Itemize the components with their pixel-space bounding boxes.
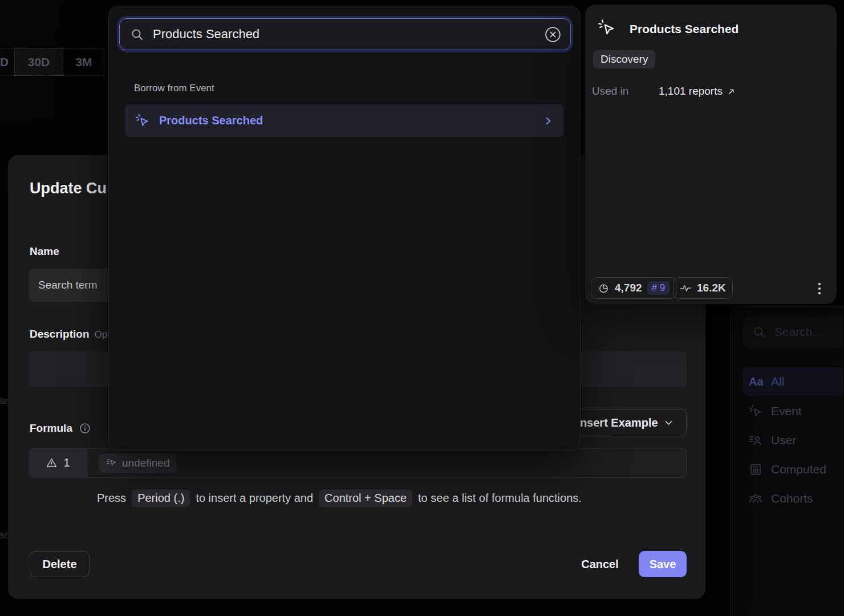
rank-badge: # 9 — [647, 281, 670, 295]
chart-axis-fragment: 55 — [0, 530, 7, 540]
save-button[interactable]: Save — [639, 551, 687, 577]
sidebar-item-computed[interactable]: Computed — [743, 455, 843, 484]
event-icon — [749, 404, 762, 418]
event-volume: 16.2K — [697, 282, 726, 294]
formula-hint: Press Period (.) to insert a property an… — [97, 489, 582, 507]
event-detail-card: Products Searched Discovery Used in 1,10… — [585, 5, 837, 304]
section-label: Borrow from Event — [134, 83, 214, 94]
event-icon — [598, 19, 615, 37]
used-in-label: Used in — [592, 85, 628, 98]
name-label: Name — [30, 245, 59, 258]
event-count: 4,792 — [615, 282, 642, 294]
info-icon[interactable] — [79, 422, 91, 435]
event-icon — [135, 114, 149, 128]
app-screen: D 30D 3M lay 55 Search... Aa All Event U… — [0, 0, 844, 616]
formula-warning-tab[interactable]: 1 — [29, 448, 87, 478]
used-in-reports-link[interactable]: 1,101 reports — [659, 85, 736, 98]
delete-button[interactable]: Delete — [30, 551, 90, 577]
category-badge: Discovery — [593, 50, 655, 68]
event-title: Products Searched — [630, 22, 738, 36]
time-range-3m-button[interactable]: 3M — [63, 48, 104, 76]
pulse-icon — [680, 282, 692, 294]
result-label: Products Searched — [159, 114, 263, 127]
warning-count: 1 — [63, 456, 70, 469]
warning-icon — [46, 457, 58, 469]
event-property-icon — [106, 457, 117, 468]
property-type-sidebar: Search... Aa All Event User Computed — [730, 306, 844, 616]
time-range-30d-button[interactable]: 30D — [14, 48, 63, 76]
aa-icon: Aa — [749, 375, 762, 388]
clear-search-button[interactable] — [545, 26, 561, 43]
search-query: Products Searched — [153, 27, 545, 42]
kbd-control-space: Control + Space — [319, 489, 412, 507]
cohorts-icon — [749, 492, 762, 505]
chart-axis-fragment: lay — [0, 396, 9, 406]
time-range-partial[interactable]: D — [0, 48, 8, 76]
insert-example-button[interactable]: Insert Example — [563, 409, 687, 436]
user-icon — [749, 433, 762, 447]
search-icon — [130, 27, 144, 42]
sidebar-item-event[interactable]: Event — [743, 397, 843, 425]
formula-label: Formula — [30, 422, 72, 435]
search-icon — [752, 325, 766, 339]
external-link-icon — [727, 87, 736, 96]
property-search-popup: Products Searched Borrow from Event Prod… — [108, 6, 581, 451]
chevron-right-icon — [542, 115, 554, 127]
pie-chart-icon — [598, 282, 610, 294]
sidebar-search-placeholder: Search... — [774, 325, 822, 339]
event-volume-pill[interactable]: 16.2K — [673, 277, 733, 299]
search-input[interactable]: Products Searched — [119, 18, 571, 50]
sidebar-item-user[interactable]: User — [743, 426, 843, 455]
computed-icon — [749, 463, 762, 476]
formula-input[interactable]: undefined — [87, 448, 687, 478]
chevron-down-icon — [664, 418, 673, 428]
sidebar-item-cohorts[interactable]: Cohorts — [743, 484, 843, 513]
event-count-pill[interactable]: 4,792 # 9 — [591, 277, 676, 299]
sidebar-search-input[interactable]: Search... — [743, 315, 843, 348]
cancel-button[interactable]: Cancel — [578, 551, 622, 577]
kbd-period: Period (.) — [132, 489, 190, 507]
sidebar-item-all[interactable]: Aa All — [743, 367, 843, 396]
more-options-button[interactable] — [811, 280, 827, 297]
formula-property-chip[interactable]: undefined — [99, 453, 177, 473]
search-result-products-searched[interactable]: Products Searched — [125, 104, 564, 137]
modal-title: Update Cu — [30, 180, 107, 197]
formula-label-row: Formula — [30, 422, 91, 435]
